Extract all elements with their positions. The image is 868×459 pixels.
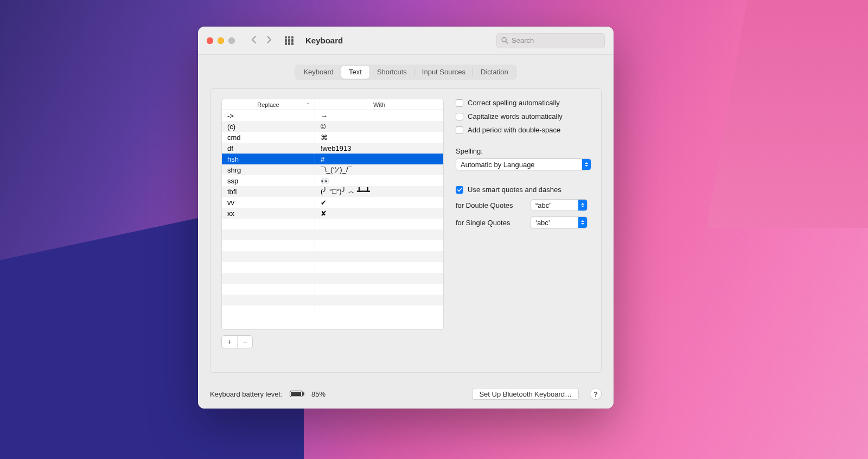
double-quotes-select[interactable]: “abc” bbox=[531, 199, 588, 211]
tab-dictation[interactable]: Dictation bbox=[473, 66, 516, 79]
window-title: Keyboard bbox=[305, 36, 343, 45]
cell-replace bbox=[222, 229, 315, 240]
table-row[interactable]: ssp👀 bbox=[222, 175, 443, 186]
checkbox-period-double-space[interactable]: Add period with double-space bbox=[456, 126, 591, 134]
titlebar: Keyboard Search bbox=[198, 27, 614, 55]
cell-with bbox=[315, 295, 443, 305]
single-quotes-label: for Single Quotes bbox=[456, 219, 523, 227]
double-quotes-label: for Double Quotes bbox=[456, 201, 523, 209]
spelling-label: Spelling: bbox=[456, 147, 591, 155]
help-button[interactable]: ? bbox=[590, 388, 602, 400]
back-button[interactable] bbox=[251, 35, 257, 46]
table-row[interactable]: tbfl(╯ °□°)╯ ︵ ┻━┻ bbox=[222, 186, 443, 197]
cell-with[interactable]: 👀 bbox=[315, 175, 443, 186]
minimize-button[interactable] bbox=[218, 37, 224, 44]
setup-bluetooth-button[interactable]: Set Up Bluetooth Keyboard… bbox=[472, 388, 579, 400]
show-all-icon[interactable] bbox=[285, 36, 293, 45]
cell-with bbox=[315, 219, 443, 229]
cell-with[interactable]: → bbox=[315, 110, 443, 121]
footer: Keyboard battery level: 85% Set Up Bluet… bbox=[198, 379, 614, 409]
table-row bbox=[222, 240, 443, 251]
column-header-replace[interactable]: Replace ⌃ bbox=[222, 99, 315, 110]
checkbox-capitalize[interactable]: Capitalize words automatically bbox=[456, 112, 591, 120]
battery-percent: 85% bbox=[311, 390, 326, 398]
cell-replace[interactable]: cmd bbox=[222, 132, 315, 143]
cell-with[interactable]: © bbox=[315, 121, 443, 132]
cell-replace bbox=[222, 273, 315, 284]
svg-line-1 bbox=[506, 41, 508, 43]
table-row[interactable]: vv✔︎ bbox=[222, 197, 443, 208]
zoom-button-disabled bbox=[228, 37, 235, 44]
checkbox-correct-spelling[interactable]: Correct spelling automatically bbox=[456, 99, 591, 107]
cell-replace[interactable]: df bbox=[222, 143, 315, 154]
cell-replace[interactable]: ssp bbox=[222, 175, 315, 186]
cell-replace bbox=[222, 251, 315, 262]
cell-with bbox=[315, 229, 443, 240]
cell-with[interactable]: ⌘ bbox=[315, 132, 443, 143]
battery-icon bbox=[290, 391, 303, 397]
table-row bbox=[222, 284, 443, 295]
sort-indicator-icon: ⌃ bbox=[306, 102, 310, 107]
spelling-select[interactable]: Automatic by Language bbox=[456, 158, 591, 170]
table-row[interactable]: cmd⌘ bbox=[222, 132, 443, 143]
column-header-with[interactable]: With bbox=[315, 99, 443, 110]
cell-with[interactable]: ¯\_(ツ)_/¯ bbox=[315, 164, 443, 175]
add-button[interactable]: + bbox=[222, 336, 237, 348]
cell-with[interactable]: ✘ bbox=[315, 208, 443, 219]
table-row[interactable]: (c)© bbox=[222, 121, 443, 132]
cell-with[interactable]: # bbox=[315, 154, 443, 164]
table-row[interactable]: ->→ bbox=[222, 110, 443, 121]
cell-with bbox=[315, 251, 443, 262]
search-placeholder: Search bbox=[512, 36, 534, 44]
search-field[interactable]: Search bbox=[496, 33, 605, 48]
cell-replace[interactable]: xx bbox=[222, 208, 315, 219]
forward-button[interactable] bbox=[266, 35, 272, 46]
cell-replace bbox=[222, 219, 315, 229]
chevron-updown-icon bbox=[578, 217, 587, 228]
cell-with bbox=[315, 284, 443, 295]
cell-with[interactable]: (╯ °□°)╯ ︵ ┻━┻ bbox=[315, 186, 443, 197]
cell-with[interactable]: ✔︎ bbox=[315, 197, 443, 208]
checkbox-smart-quotes[interactable]: Use smart quotes and dashes bbox=[456, 186, 591, 194]
battery-label: Keyboard battery level: bbox=[210, 390, 282, 398]
cell-replace bbox=[222, 284, 315, 295]
tab-text[interactable]: Text bbox=[341, 66, 369, 79]
cell-with[interactable]: !web1913 bbox=[315, 143, 443, 154]
cell-with bbox=[315, 262, 443, 273]
table-row bbox=[222, 273, 443, 284]
replacements-table[interactable]: Replace ⌃ With ->→(c)©cmd⌘df!web1913hsh#… bbox=[221, 99, 444, 330]
table-row[interactable]: hsh# bbox=[222, 154, 443, 164]
add-remove-control: + − bbox=[221, 335, 253, 348]
chevron-updown-icon bbox=[578, 200, 587, 211]
tab-input-sources[interactable]: Input Sources bbox=[414, 66, 473, 79]
tab-keyboard[interactable]: Keyboard bbox=[296, 66, 341, 79]
table-row[interactable]: xx✘ bbox=[222, 208, 443, 219]
content: KeyboardTextShortcutsInput SourcesDictat… bbox=[198, 55, 614, 379]
cell-replace[interactable]: shrg bbox=[222, 164, 315, 175]
cell-with bbox=[315, 305, 443, 316]
cell-replace[interactable]: hsh bbox=[222, 154, 315, 164]
table-row bbox=[222, 219, 443, 229]
cell-replace bbox=[222, 262, 315, 273]
cell-replace bbox=[222, 305, 315, 316]
table-row bbox=[222, 251, 443, 262]
table-row bbox=[222, 229, 443, 240]
close-button[interactable] bbox=[207, 37, 213, 44]
remove-button[interactable]: − bbox=[237, 336, 252, 348]
preferences-window: Keyboard Search KeyboardTextShortcutsInp… bbox=[198, 27, 614, 409]
cell-replace[interactable]: vv bbox=[222, 197, 315, 208]
single-quotes-select[interactable]: ‘abc’ bbox=[531, 216, 588, 228]
cell-replace bbox=[222, 295, 315, 305]
cell-replace[interactable]: tbfl bbox=[222, 186, 315, 197]
cell-with bbox=[315, 273, 443, 284]
table-row[interactable]: df!web1913 bbox=[222, 143, 443, 154]
table-row[interactable]: shrg¯\_(ツ)_/¯ bbox=[222, 164, 443, 175]
traffic-lights bbox=[207, 37, 235, 44]
cell-replace[interactable]: -> bbox=[222, 110, 315, 121]
tab-shortcuts[interactable]: Shortcuts bbox=[369, 66, 414, 79]
table-row bbox=[222, 305, 443, 316]
cell-with bbox=[315, 240, 443, 251]
cell-replace[interactable]: (c) bbox=[222, 121, 315, 132]
table-row bbox=[222, 295, 443, 305]
chevron-updown-icon bbox=[582, 159, 591, 170]
